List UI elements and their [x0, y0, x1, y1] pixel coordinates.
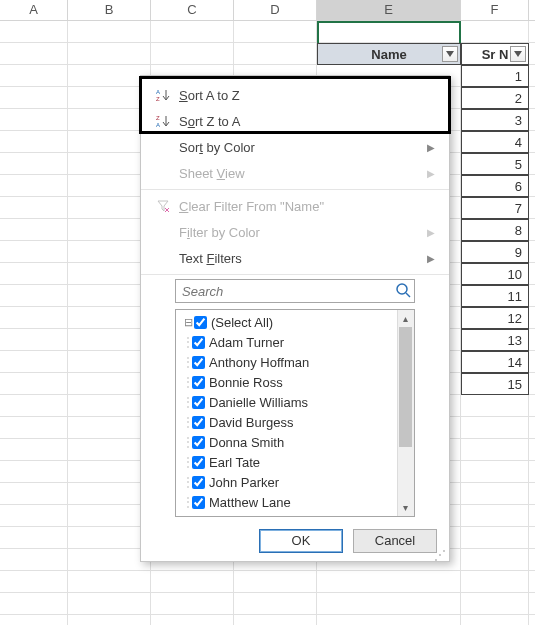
checklist-item[interactable]: ⋮Danielle Williams — [182, 392, 414, 412]
checklist-checkbox[interactable] — [192, 496, 205, 509]
cell-srn[interactable]: 8 — [461, 219, 529, 241]
cell-srn[interactable]: 3 — [461, 109, 529, 131]
resize-grip-icon[interactable]: ⋰ — [434, 551, 447, 559]
cell[interactable] — [68, 285, 151, 307]
cell[interactable] — [0, 197, 68, 219]
cell-srn[interactable]: 4 — [461, 131, 529, 153]
col-header-c[interactable]: C — [151, 0, 234, 20]
cell[interactable] — [0, 109, 68, 131]
cell[interactable] — [68, 87, 151, 109]
col-header-a[interactable]: A — [0, 0, 68, 20]
cancel-button[interactable]: Cancel — [353, 529, 437, 553]
cell-srn[interactable]: 9 — [461, 241, 529, 263]
checklist-checkbox[interactable] — [192, 436, 205, 449]
menu-sort-desc[interactable]: ZA Sort Z to A — [141, 108, 449, 134]
table-header-srn[interactable]: Sr N — [461, 43, 529, 65]
checklist-item[interactable]: ⋮Bonnie Ross — [182, 372, 414, 392]
cell-srn[interactable]: 12 — [461, 307, 529, 329]
cell[interactable] — [0, 241, 68, 263]
checklist-item[interactable]: ⋮Matthew Lane — [182, 492, 414, 512]
cell-srn[interactable]: 15 — [461, 373, 529, 395]
cell[interactable] — [0, 263, 68, 285]
checklist-checkbox[interactable] — [192, 356, 205, 369]
cell[interactable] — [68, 131, 151, 153]
cell[interactable] — [0, 329, 68, 351]
cell[interactable] — [0, 43, 68, 65]
cell[interactable] — [0, 87, 68, 109]
cell-srn[interactable]: 13 — [461, 329, 529, 351]
cell[interactable] — [0, 65, 68, 87]
menu-sort-asc[interactable]: AZ Sort A to Z — [141, 82, 449, 108]
menu-sort-color[interactable]: Sort by Color ▶ — [141, 134, 449, 160]
cell[interactable] — [68, 21, 151, 43]
scrollbar-down-icon[interactable]: ▾ — [397, 499, 414, 516]
checklist-checkbox[interactable] — [192, 336, 205, 349]
cell-srn[interactable]: 1 — [461, 65, 529, 87]
cell[interactable] — [0, 373, 68, 395]
checklist-checkbox[interactable] — [192, 396, 205, 409]
cell-srn[interactable]: 2 — [461, 87, 529, 109]
table-header-name[interactable]: Name — [317, 43, 461, 65]
checklist-checkbox[interactable] — [192, 416, 205, 429]
checklist-item[interactable]: ⊟(Select All) — [182, 312, 414, 332]
cell[interactable] — [68, 109, 151, 131]
cell[interactable] — [68, 219, 151, 241]
cell[interactable] — [68, 351, 151, 373]
cell[interactable] — [151, 21, 234, 43]
checklist-item[interactable]: ⋮Adam Turner — [182, 332, 414, 352]
cell[interactable] — [461, 21, 529, 43]
checklist-item[interactable]: ⋮Donna Smith — [182, 432, 414, 452]
cell[interactable] — [0, 21, 68, 43]
cell-srn[interactable]: 11 — [461, 285, 529, 307]
menu-text-filters[interactable]: Text Filters ▶ — [141, 245, 449, 271]
cell[interactable] — [0, 219, 68, 241]
cell-srn[interactable]: 6 — [461, 175, 529, 197]
filter-button-srn[interactable] — [510, 46, 526, 62]
filter-checklist[interactable]: ⊟(Select All)⋮Adam Turner⋮Anthony Hoffma… — [175, 309, 415, 517]
ok-button[interactable]: OK — [259, 529, 343, 553]
tree-collapse-icon[interactable]: ⊟ — [182, 316, 194, 329]
cell-srn[interactable]: 7 — [461, 197, 529, 219]
cell[interactable] — [68, 43, 151, 65]
cell[interactable] — [0, 175, 68, 197]
checklist-item[interactable]: ⋮Earl Tate — [182, 452, 414, 472]
cell-srn[interactable]: 5 — [461, 153, 529, 175]
search-input[interactable] — [175, 279, 415, 303]
cell[interactable] — [151, 43, 234, 65]
cell[interactable] — [0, 131, 68, 153]
col-header-f[interactable]: F — [461, 0, 529, 20]
cell[interactable] — [234, 43, 317, 65]
checklist-checkbox[interactable] — [192, 376, 205, 389]
cell[interactable] — [68, 241, 151, 263]
col-header-e[interactable]: E — [317, 0, 461, 20]
scrollbar-track[interactable]: ▴ ▾ — [397, 310, 414, 516]
cell[interactable] — [68, 373, 151, 395]
svg-text:Z: Z — [156, 96, 160, 102]
cell[interactable] — [68, 329, 151, 351]
checklist-item[interactable]: ⋮John Parker — [182, 472, 414, 492]
cell[interactable] — [0, 153, 68, 175]
checklist-checkbox[interactable] — [194, 316, 207, 329]
checklist-checkbox[interactable] — [192, 456, 205, 469]
col-header-d[interactable]: D — [234, 0, 317, 20]
col-header-b[interactable]: B — [68, 0, 151, 20]
scrollbar-up-icon[interactable]: ▴ — [397, 310, 414, 327]
cell[interactable] — [0, 285, 68, 307]
cell[interactable] — [68, 197, 151, 219]
cell[interactable] — [68, 153, 151, 175]
scrollbar-thumb[interactable] — [399, 327, 412, 447]
cell-active[interactable] — [317, 21, 461, 43]
cell[interactable] — [68, 65, 151, 87]
cell-srn[interactable]: 14 — [461, 351, 529, 373]
cell[interactable] — [0, 307, 68, 329]
cell[interactable] — [68, 307, 151, 329]
checklist-item[interactable]: ⋮David Burgess — [182, 412, 414, 432]
cell[interactable] — [68, 263, 151, 285]
cell[interactable] — [0, 351, 68, 373]
cell[interactable] — [68, 175, 151, 197]
cell[interactable] — [234, 21, 317, 43]
checklist-item[interactable]: ⋮Anthony Hoffman — [182, 352, 414, 372]
cell-srn[interactable]: 10 — [461, 263, 529, 285]
checklist-checkbox[interactable] — [192, 476, 205, 489]
filter-button-name[interactable] — [442, 46, 458, 62]
